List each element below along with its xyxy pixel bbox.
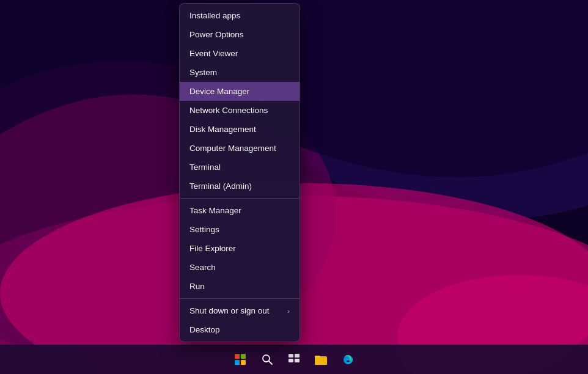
- menu-item-search[interactable]: Search: [180, 258, 300, 277]
- search-taskbar-button[interactable]: [255, 347, 279, 372]
- menu-item-terminal-admin[interactable]: Terminal (Admin): [180, 177, 300, 196]
- edge-icon: [342, 353, 354, 365]
- taskbar: [0, 345, 588, 374]
- windows-logo-icon: [235, 354, 246, 365]
- menu-item-shut-down[interactable]: Shut down or sign out ›: [180, 301, 300, 320]
- menu-item-terminal[interactable]: Terminal: [180, 158, 300, 177]
- edge-button[interactable]: [336, 347, 360, 372]
- svg-rect-14: [315, 358, 327, 365]
- context-menu: Installed apps Power Options Event Viewe…: [179, 3, 300, 342]
- svg-point-6: [263, 355, 270, 362]
- menu-item-power-options[interactable]: Power Options: [180, 25, 300, 44]
- menu-item-device-manager[interactable]: Device Manager: [180, 82, 300, 101]
- file-explorer-icon: [314, 353, 328, 365]
- separator-1: [180, 198, 300, 199]
- task-view-button[interactable]: [282, 347, 306, 372]
- separator-2: [180, 298, 300, 299]
- menu-item-disk-management[interactable]: Disk Management: [180, 120, 300, 139]
- svg-rect-9: [295, 354, 300, 358]
- svg-rect-8: [288, 354, 293, 358]
- menu-item-event-viewer[interactable]: Event Viewer: [180, 44, 300, 63]
- task-view-icon: [288, 353, 300, 365]
- menu-item-network-connections[interactable]: Network Connections: [180, 101, 300, 120]
- menu-item-system[interactable]: System: [180, 63, 300, 82]
- search-icon: [261, 353, 273, 365]
- file-explorer-button[interactable]: [309, 347, 333, 372]
- menu-item-task-manager[interactable]: Task Manager: [180, 201, 300, 220]
- chevron-right-icon: ›: [287, 307, 290, 315]
- svg-rect-11: [295, 359, 300, 362]
- menu-item-file-explorer[interactable]: File Explorer: [180, 239, 300, 258]
- menu-item-settings[interactable]: Settings: [180, 220, 300, 239]
- svg-rect-10: [288, 359, 293, 362]
- menu-item-installed-apps[interactable]: Installed apps: [180, 6, 300, 25]
- menu-item-run[interactable]: Run: [180, 277, 300, 296]
- menu-item-computer-management[interactable]: Computer Management: [180, 139, 300, 158]
- svg-line-7: [269, 361, 272, 364]
- menu-item-desktop[interactable]: Desktop: [180, 320, 300, 339]
- start-button[interactable]: [228, 347, 252, 372]
